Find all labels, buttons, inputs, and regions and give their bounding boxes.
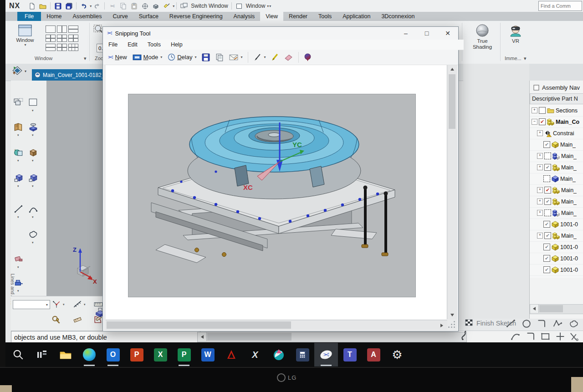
window-group-dropdown-icon[interactable]: ▾ bbox=[84, 56, 87, 61]
tab-file[interactable]: File bbox=[17, 12, 41, 21]
measure-icon-dropdown[interactable]: ▾ bbox=[84, 303, 86, 306]
sketch-trim-icon[interactable] bbox=[568, 331, 580, 342]
tree-item-label[interactable]: Main_ bbox=[561, 187, 577, 193]
switch-window-label[interactable]: Switch Window bbox=[191, 3, 228, 9]
taskbar-nx-app[interactable] bbox=[267, 343, 291, 367]
expand-icon[interactable]: − bbox=[532, 119, 537, 125]
point-tool-icon-dropdown[interactable]: ▾ bbox=[63, 303, 65, 306]
delay-button[interactable]: Delay ▾ bbox=[168, 53, 196, 61]
copy-icon[interactable] bbox=[118, 1, 128, 10]
extrude-icon-dropdown[interactable]: ▾ bbox=[32, 133, 34, 137]
snip-horizontal-scrollbar[interactable] bbox=[106, 320, 447, 330]
mode-button[interactable]: Mode ▾ bbox=[133, 54, 163, 61]
tree-item-label[interactable]: 1001-0 bbox=[560, 221, 578, 228]
tree-item-label[interactable]: Main_ bbox=[560, 142, 576, 148]
tab-reverse-engineering[interactable]: Reverse Engineering bbox=[164, 12, 228, 21]
component-checkbox[interactable] bbox=[544, 153, 551, 159]
component-icon-dropdown[interactable]: ▾ bbox=[17, 184, 19, 188]
delay-dropdown-icon[interactable]: ▾ bbox=[194, 55, 196, 59]
line-icon-dropdown[interactable]: ▾ bbox=[17, 215, 19, 219]
window-button[interactable]: Window ▾ bbox=[12, 24, 38, 54]
expand-icon[interactable]: + bbox=[537, 199, 543, 204]
immersive-group-dropdown-icon[interactable]: ▾ bbox=[524, 56, 527, 61]
descriptive-part-name-column-header[interactable]: Descriptive Part N bbox=[530, 93, 583, 104]
qat-customize-dropdown-icon[interactable]: ▾ bbox=[269, 4, 271, 8]
tree-row[interactable]: ✔1001-0 bbox=[530, 264, 583, 276]
scroll-up-icon[interactable] bbox=[448, 65, 457, 73]
component-checkbox[interactable]: ✔ bbox=[539, 118, 546, 125]
sketch-plus-icon[interactable] bbox=[554, 331, 567, 342]
component-checkbox[interactable] bbox=[544, 209, 551, 216]
assembly-navigator-header[interactable]: Assembly Nav bbox=[530, 82, 583, 93]
cut-icon[interactable]: ✂ bbox=[107, 1, 117, 10]
window-split-icon[interactable] bbox=[13, 97, 25, 108]
window-button-dropdown-icon[interactable]: ▾ bbox=[24, 43, 26, 47]
taskbar-settings[interactable]: ⚙ bbox=[385, 343, 409, 367]
layout-grid-icon[interactable] bbox=[68, 35, 78, 42]
component-checkbox[interactable]: ✔ bbox=[544, 187, 551, 193]
component-checkbox[interactable]: ✔ bbox=[544, 232, 551, 239]
book-icon-dropdown[interactable]: ▾ bbox=[17, 133, 19, 137]
graphics-viewport[interactable]: Z X bbox=[46, 81, 108, 296]
sketch-circle-icon[interactable] bbox=[520, 318, 533, 330]
tree-row[interactable]: +✔Main_ bbox=[530, 184, 583, 196]
resize-grip[interactable] bbox=[448, 321, 456, 329]
scroll-right-icon[interactable] bbox=[437, 321, 446, 330]
tool-blue-icon-dropdown[interactable]: ▾ bbox=[17, 289, 19, 293]
tree-item-label[interactable]: Sections bbox=[556, 107, 578, 114]
sketch-profile-icon[interactable] bbox=[551, 318, 564, 330]
layout-top-bottom-icon[interactable] bbox=[46, 44, 56, 51]
tree-row[interactable]: +Sections bbox=[530, 105, 583, 117]
graphics-horizontal-scrollbar[interactable] bbox=[197, 332, 467, 342]
snip-vertical-scrollbar[interactable] bbox=[447, 65, 457, 319]
tab-application[interactable]: Application bbox=[337, 12, 376, 21]
tool-pink-icon-dropdown[interactable]: ▾ bbox=[17, 265, 19, 269]
pen-button[interactable]: ▾ bbox=[254, 53, 266, 61]
tree-row[interactable]: +✔Main_ bbox=[530, 230, 583, 242]
taskbar-acrobat[interactable] bbox=[220, 343, 243, 367]
scrollbar-thumb[interactable] bbox=[107, 321, 291, 329]
maximize-icon[interactable]: □ bbox=[416, 27, 437, 40]
tree-row[interactable]: +✔Main_ bbox=[530, 162, 583, 173]
tree-row[interactable]: ✔1001-0 bbox=[530, 253, 583, 265]
save-snip-button[interactable] bbox=[202, 53, 210, 61]
menu-help[interactable]: Help bbox=[171, 41, 183, 48]
command-search-input[interactable] bbox=[538, 1, 582, 11]
tree-item-label[interactable]: 1001-0 bbox=[560, 267, 578, 273]
tree-item-label[interactable]: Main_Co bbox=[556, 119, 579, 125]
book-icon[interactable] bbox=[13, 122, 25, 132]
shape-icon[interactable] bbox=[27, 229, 39, 240]
eraser-button[interactable] bbox=[284, 54, 293, 61]
tab-home[interactable]: Home bbox=[41, 12, 67, 21]
tab-curve[interactable]: Curve bbox=[107, 12, 133, 21]
orient-dropdown-icon[interactable]: ▾ bbox=[25, 69, 26, 73]
taskbar-calculator[interactable] bbox=[291, 343, 314, 367]
component-alt-icon[interactable] bbox=[27, 173, 39, 183]
highlighter-button[interactable] bbox=[271, 53, 279, 61]
expand-icon[interactable]: + bbox=[537, 164, 543, 170]
undo-icon[interactable] bbox=[79, 1, 89, 10]
tree-row[interactable]: ✔Main_ bbox=[530, 139, 583, 151]
taskbar-powerpoint[interactable]: P bbox=[125, 343, 148, 367]
scroll-left-icon[interactable] bbox=[198, 332, 207, 341]
navigator-horizontal-scrollbar[interactable] bbox=[530, 304, 583, 314]
scroll-down-icon[interactable] bbox=[448, 311, 457, 319]
tool-pink-icon[interactable] bbox=[13, 254, 25, 265]
tree-item-label[interactable]: Main_ bbox=[561, 153, 577, 159]
open-icon[interactable] bbox=[38, 1, 48, 10]
sketch-overlap-icon[interactable] bbox=[13, 147, 25, 158]
arc-icon-dropdown[interactable]: ▾ bbox=[32, 215, 34, 219]
tree-item-label[interactable]: Main_ bbox=[561, 199, 577, 205]
wrench-icon[interactable] bbox=[51, 315, 62, 325]
save-all-icon[interactable] bbox=[64, 1, 74, 10]
layout-top-two-bottom-icon[interactable] bbox=[57, 44, 67, 51]
component-icon[interactable] bbox=[13, 173, 25, 183]
tab-assemblies[interactable]: Assemblies bbox=[67, 12, 107, 21]
layout-nine-icon[interactable] bbox=[68, 44, 78, 51]
tab-tools[interactable]: Tools bbox=[313, 12, 337, 21]
minimize-icon[interactable]: – bbox=[395, 27, 416, 40]
layout-split-horizontal-icon[interactable] bbox=[68, 25, 78, 33]
tab-surface[interactable]: Surface bbox=[133, 12, 164, 21]
component-checkbox[interactable]: ✔ bbox=[543, 266, 550, 273]
box-icon-dropdown[interactable]: ▾ bbox=[32, 159, 34, 163]
